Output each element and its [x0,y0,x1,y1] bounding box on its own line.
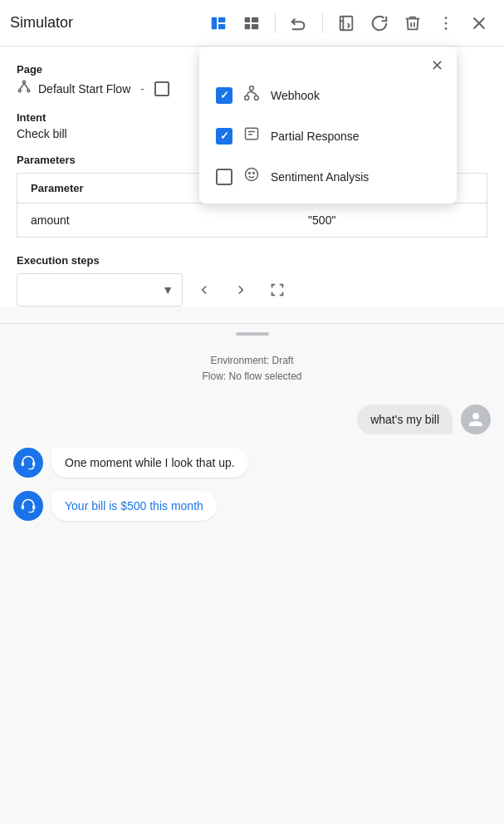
svg-rect-4 [252,17,258,22]
svg-point-28 [250,86,254,91]
execution-section: Execution steps ▼ [17,254,487,307]
more-button[interactable] [431,8,461,38]
header: Simulator [0,0,504,47]
layout1-button[interactable] [203,8,233,38]
bot-avatar [13,491,43,521]
svg-rect-7 [340,16,353,30]
refresh-button[interactable] [365,8,394,38]
bot-message-row-1: Your bill is $500 this month [13,491,491,521]
svg-rect-24 [32,506,35,510]
focus-icon[interactable] [262,275,292,305]
execution-controls: ▼ [17,273,487,307]
headset-icon [20,498,37,514]
undo-button[interactable] [284,8,314,38]
env-line1: Environment: Draft [13,353,491,369]
page-flow-icon [17,79,32,98]
svg-rect-23 [22,506,24,510]
page-separator: - [140,82,144,96]
delete-button[interactable] [398,8,428,38]
user-message-row: what's my bill [13,405,491,434]
checkbox-2[interactable] [216,169,232,185]
svg-rect-3 [245,17,250,22]
svg-line-18 [20,83,24,90]
dropdown-label-2: Sentiment Analysis [271,170,369,184]
header-toolbar [203,8,494,38]
user-bubble: what's my bill [357,405,453,434]
svg-rect-1 [218,17,225,22]
svg-rect-6 [252,23,258,28]
svg-point-16 [18,90,21,92]
svg-rect-21 [32,463,35,467]
svg-point-27 [254,96,258,100]
svg-point-26 [245,96,249,100]
dropdown-overlay: ✕ ✓ Webhook ✓ Partial Response Sentiment… [199,47,457,204]
table-row: amount "500" [17,204,487,238]
dropdown-item-partial-response[interactable]: ✓ Partial Response [199,115,457,156]
env-line2: Flow: No flow selected [13,369,491,385]
next-step-button[interactable] [226,275,256,305]
svg-point-12 [445,27,448,30]
webhook-icon [242,85,261,105]
sentiment-icon [242,166,261,187]
download-button[interactable] [331,8,361,38]
execution-label: Execution steps [17,254,487,267]
svg-rect-5 [245,23,250,28]
svg-rect-20 [22,463,24,467]
bot-message-row-0: One moment while I look that up. [13,448,491,478]
svg-point-17 [27,90,30,92]
chat-area: Environment: Draft Flow: No flow selecte… [0,343,504,642]
dropdown-items: ✓ Webhook ✓ Partial Response Sentiment A… [199,75,457,197]
svg-point-22 [28,468,30,470]
dropdown-label-1: Partial Response [271,130,360,143]
param-name: amount [17,204,296,238]
bot-avatar [13,448,43,478]
dropdown-header: ✕ [199,53,457,75]
checkmark-icon: ✓ [220,89,229,101]
checkbox-0[interactable]: ✓ [216,87,232,104]
page-chip [154,81,169,96]
resize-handle [236,332,269,336]
svg-point-34 [253,173,255,174]
app-title: Simulator [10,14,73,32]
svg-rect-2 [218,23,225,28]
svg-point-33 [249,173,251,174]
partial-icon [242,125,261,146]
page-name: Default Start Flow [38,82,130,96]
svg-point-11 [445,22,448,24]
svg-rect-29 [246,128,258,139]
bot-bubble: Your bill is $500 this month [51,491,217,521]
divider1 [275,13,276,33]
dropdown-item-sentiment-analysis[interactable]: Sentiment Analysis [199,156,457,197]
svg-point-25 [28,512,30,513]
headset-icon [20,454,37,471]
dropdown-close-button[interactable]: ✕ [428,56,447,75]
svg-line-19 [24,83,28,90]
user-icon [467,411,484,428]
checkmark-icon: ✓ [220,130,229,142]
svg-point-15 [23,81,26,83]
checkbox-1[interactable]: ✓ [216,128,232,145]
svg-point-32 [246,169,258,181]
param-value: "500" [295,204,487,238]
dropdown-item-webhook[interactable]: ✓ Webhook [199,75,457,115]
prev-step-button[interactable] [189,275,219,305]
svg-point-10 [445,17,448,19]
resize-bar[interactable] [0,323,504,343]
env-info: Environment: Draft Flow: No flow selecte… [13,353,491,385]
chevron-down-icon: ▼ [162,283,174,297]
bot-messages-container: One moment while I look that up. Your bi… [13,448,491,521]
svg-rect-0 [212,17,217,29]
user-avatar [461,405,491,434]
divider2 [322,13,323,33]
bot-bubble: One moment while I look that up. [51,448,248,478]
layout2-button[interactable] [237,8,267,38]
execution-dropdown[interactable]: ▼ [17,273,183,307]
dropdown-label-0: Webhook [271,89,320,102]
close-button[interactable] [464,8,494,38]
